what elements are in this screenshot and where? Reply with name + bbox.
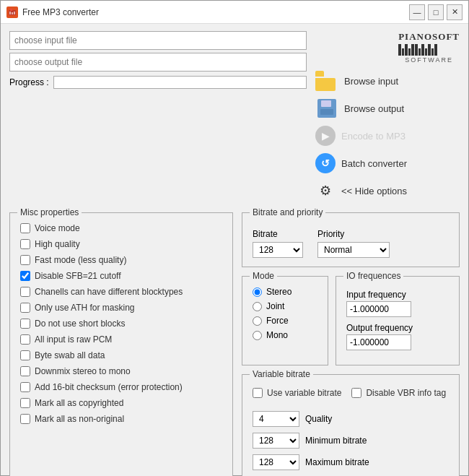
checkbox-label-copyrighted: Mark all as copyrighted: [35, 398, 123, 408]
svg-rect-3: [12, 12, 13, 14]
misc-checkbox-item-copyrighted[interactable]: Mark all as copyrighted: [20, 398, 222, 408]
checkbox-copyrighted[interactable]: [20, 398, 30, 408]
output-freq-row: Output frequency: [346, 323, 449, 350]
checkbox-byte_swab[interactable]: [20, 350, 30, 360]
misc-checkbox-item-chanells_blocks[interactable]: Chanells can have different blocktypes: [20, 287, 222, 297]
misc-checkbox-item-checksum[interactable]: Add 16-bit checksum (error protection): [20, 382, 222, 392]
checkbox-high_quality[interactable]: [20, 239, 30, 249]
checkbox-ath_masking[interactable]: [20, 303, 30, 313]
max-bitrate-select[interactable]: 32404856648096112128160192224256320: [253, 454, 299, 470]
misc-checkboxes: Voice modeHigh qualityFast mode (less qu…: [20, 223, 222, 424]
batch-label: Batch converter: [341, 158, 407, 169]
main-content: Progress : PIANOSOFT: [1, 24, 468, 476]
bitrate-select[interactable]: 32404856648096112128160192224256320: [253, 242, 303, 258]
title-bar: Free MP3 converter — □ ✕: [1, 1, 468, 24]
actions-section: PIANOSOFT: [315, 31, 460, 202]
close-button[interactable]: ✕: [447, 4, 463, 20]
input-freq-row: Input frequency: [346, 290, 449, 317]
misc-checkbox-item-short_blocks[interactable]: Do not use short blocks: [20, 319, 222, 329]
misc-checkbox-item-voice_mode[interactable]: Voice mode: [20, 223, 222, 233]
maximize-button[interactable]: □: [428, 4, 444, 20]
mode-io-section: Mode StereoJointForceMono IO frequences …: [242, 276, 460, 365]
checkbox-label-raw_pcm: All input is raw PCM: [35, 334, 112, 345]
quality-select[interactable]: 0123456789: [253, 411, 299, 427]
window-title: Free MP3 converter: [22, 7, 409, 17]
checkbox-raw_pcm[interactable]: [20, 334, 30, 345]
io-freq-title: IO frequences: [343, 271, 403, 281]
misc-checkbox-item-raw_pcm[interactable]: All input is raw PCM: [20, 334, 222, 345]
mode-radio-item-mono[interactable]: Mono: [253, 330, 317, 340]
vbr-header: Use variable bitrate Disable VBR info ta…: [253, 381, 449, 404]
radio-joint[interactable]: [253, 302, 262, 311]
hide-options-button[interactable]: ⚙ << Hide options: [315, 179, 460, 202]
misc-checkbox-item-non_original[interactable]: Mark all as non-original: [20, 414, 222, 424]
batch-converter-button[interactable]: ↺ Batch converter: [315, 152, 460, 175]
minimize-button[interactable]: —: [409, 4, 425, 20]
bitrate-col: Bitrate 32404856648096112128160192224256…: [253, 229, 303, 258]
checkbox-checksum[interactable]: [20, 382, 30, 392]
progress-bar: [53, 76, 307, 89]
checkbox-voice_mode[interactable]: [20, 223, 30, 233]
checkbox-downmix_stereo[interactable]: [20, 366, 30, 376]
browse-input-button[interactable]: Browse input: [315, 69, 460, 92]
progress-section: Progress :: [9, 76, 307, 89]
mode-radio-item-stereo[interactable]: Stereo: [253, 287, 317, 297]
misc-checkbox-item-downmix_stereo[interactable]: Downmix stereo to mono: [20, 366, 222, 376]
encode-button[interactable]: ▶ Encode to MP3: [315, 124, 460, 147]
min-bitrate-select[interactable]: 32404856648096112128160192224256320: [253, 433, 299, 449]
progress-label: Progress :: [9, 77, 49, 87]
mode-radio-item-force[interactable]: Force: [253, 316, 317, 326]
folder-input-icon: [315, 71, 338, 91]
bitrate-priority-group: Bitrate and priority Bitrate 32404856648…: [242, 212, 460, 267]
checkbox-label-non_original: Mark all as non-original: [35, 414, 124, 424]
input-file-field[interactable]: [9, 31, 307, 50]
output-freq-field[interactable]: [346, 334, 411, 350]
priority-select[interactable]: LowestBelow NormalNormalAbove NormalHigh…: [317, 242, 390, 258]
misc-checkbox-item-byte_swab[interactable]: Byte swab all data: [20, 350, 222, 360]
mode-group: Mode StereoJointForceMono: [242, 276, 328, 365]
use-vbr-item[interactable]: Use variable bitrate: [253, 388, 341, 398]
vbr-title: Variable bitrate: [250, 369, 313, 379]
disk-output-icon: [315, 98, 338, 118]
checkbox-disable_sfb[interactable]: [20, 271, 30, 281]
app-icon: [6, 7, 18, 18]
browse-input-label: Browse input: [344, 76, 398, 87]
checkbox-short_blocks[interactable]: [20, 319, 30, 329]
radio-stereo[interactable]: [253, 287, 262, 297]
freq-inputs: Input frequency Output frequency: [346, 290, 449, 350]
misc-checkbox-item-high_quality[interactable]: High quality: [20, 239, 222, 249]
checkbox-fast_mode[interactable]: [20, 255, 30, 265]
hide-options-label: << Hide options: [341, 186, 407, 196]
min-bitrate-row: 32404856648096112128160192224256320 Mini…: [253, 433, 449, 449]
input-freq-label: Input frequency: [346, 290, 449, 300]
use-vbr-checkbox[interactable]: [253, 388, 263, 398]
disable-vbr-item[interactable]: Disable VBR info tag: [351, 388, 446, 398]
max-bitrate-row: 32404856648096112128160192224256320 Maxi…: [253, 454, 449, 470]
misc-checkbox-item-ath_masking[interactable]: Only use ATH for masking: [20, 303, 222, 313]
radio-mono[interactable]: [253, 331, 262, 340]
browse-output-button[interactable]: Browse output: [315, 97, 460, 120]
checkbox-chanells_blocks[interactable]: [20, 287, 30, 297]
misc-checkbox-item-disable_sfb[interactable]: Disable SFB=21 cutoff: [20, 271, 222, 281]
radio-label-stereo: Stereo: [266, 287, 292, 297]
svg-rect-4: [14, 12, 15, 14]
bitrate-controls: Bitrate 32404856648096112128160192224256…: [253, 219, 449, 258]
disable-vbr-checkbox[interactable]: [351, 388, 361, 398]
bitrate-label: Bitrate: [253, 229, 303, 239]
quality-row: 0123456789 Quality: [253, 411, 449, 427]
misc-checkbox-item-fast_mode[interactable]: Fast mode (less quality): [20, 255, 222, 265]
mode-title: Mode: [250, 271, 277, 281]
encode-icon: ▶: [315, 126, 336, 146]
checkbox-label-short_blocks: Do not use short blocks: [35, 319, 125, 329]
main-window: Free MP3 converter — □ ✕ Progress :: [0, 0, 469, 476]
file-section: Progress :: [9, 31, 307, 89]
io-freq-group: IO frequences Input frequency Output fre…: [336, 276, 460, 365]
output-file-field[interactable]: [9, 53, 307, 72]
bitrate-title: Bitrate and priority: [250, 207, 325, 217]
checkbox-non_original[interactable]: [20, 414, 30, 424]
checkbox-label-disable_sfb: Disable SFB=21 cutoff: [35, 271, 121, 281]
input-freq-field[interactable]: [346, 301, 411, 317]
radio-force[interactable]: [253, 316, 262, 326]
logo-text: PIANOSOFT: [398, 31, 460, 43]
mode-radio-item-joint[interactable]: Joint: [253, 301, 317, 311]
